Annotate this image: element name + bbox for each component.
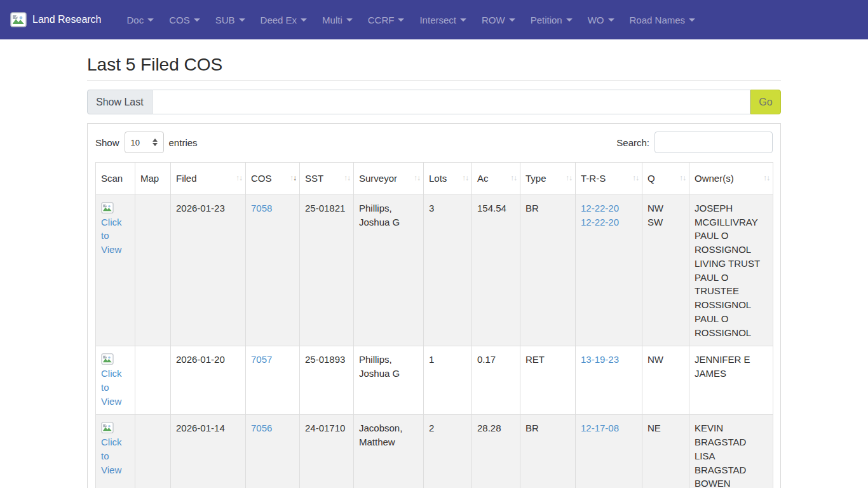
owners-cell: JOSEPH MCGILLIVRAY PAUL O ROSSIGNOL LIVI… (689, 194, 773, 346)
ac-cell: 28.28 (472, 415, 520, 488)
nav-item-deed-ex[interactable]: Deed Ex (255, 10, 313, 30)
lots-cell: 2 (424, 415, 472, 488)
nav-item-doc[interactable]: Doc (122, 10, 159, 30)
chevron-down-icon (509, 18, 515, 22)
page-title: Last 5 Filed COS (87, 55, 781, 75)
sort-icon: ↑↓ (566, 173, 572, 184)
column-header-filed[interactable]: Filed↑↓ (171, 163, 246, 195)
nav-item-label: ROW (482, 15, 505, 25)
column-label: Scan (101, 173, 123, 184)
chevron-down-icon (608, 18, 614, 22)
show-last-group: Show Last Go (87, 90, 781, 114)
trs-link[interactable]: 12-22-20 (581, 217, 619, 227)
quarter-value: SW (648, 215, 684, 229)
sort-icon: ↑↓ (414, 173, 420, 184)
nav-item-label: CCRF (368, 15, 395, 25)
trs-cell: 12-17-08 (576, 415, 642, 488)
column-label: Owner(s) (695, 173, 734, 184)
sort-icon: ↑↓ (510, 173, 517, 184)
column-header-surveyor[interactable]: Surveyor↑↓ (354, 163, 424, 195)
entries-label: entries (169, 137, 198, 148)
scan-link[interactable]: Click to View (101, 354, 122, 406)
broken-image-icon (101, 354, 115, 365)
table-row: Click to View2026-01-23705825-01821Phill… (96, 194, 773, 346)
cos-link[interactable]: 7056 (251, 423, 272, 433)
trs-cell: 13-19-23 (576, 346, 642, 415)
type-cell: RET (520, 346, 576, 415)
column-header-ac[interactable]: Ac↑↓ (472, 163, 520, 195)
chevron-down-icon (239, 18, 245, 22)
table-controls: Show 10 entries Search: (95, 132, 773, 153)
title-divider (87, 80, 781, 81)
map-cell (135, 194, 171, 346)
trs-link[interactable]: 13-19-23 (581, 354, 619, 365)
broken-image-icon (10, 12, 27, 27)
search-input[interactable] (654, 132, 773, 153)
column-label: Lots (429, 173, 447, 184)
scan-cell: Click to View (96, 415, 135, 488)
brand-label: Land Research (32, 14, 102, 25)
trs-link[interactable]: 12-22-20 (581, 203, 619, 214)
nav-item-cos[interactable]: COS (164, 10, 205, 30)
show-last-input[interactable] (153, 90, 750, 114)
column-header-sst[interactable]: SST↑↓ (300, 163, 354, 195)
datatable-panel: Show 10 entries Search: ScanMapFiled↑↓CO… (87, 123, 781, 488)
cos-link[interactable]: 7058 (251, 203, 272, 214)
filed-cell: 2026-01-14 (171, 415, 246, 488)
quarter-value: NW (648, 353, 684, 367)
column-header-map: Map (135, 163, 171, 195)
page-length-select[interactable]: 10 (125, 132, 164, 153)
column-label: COS (251, 173, 272, 184)
nav-menu: DocCOSSUBDeed ExMultiCCRFIntersectROWPet… (119, 10, 703, 30)
sort-icon: ↑↓ (462, 173, 468, 184)
filed-cell: 2026-01-20 (171, 346, 246, 415)
trs-link[interactable]: 12-17-08 (581, 423, 619, 433)
nav-item-multi[interactable]: Multi (317, 10, 358, 30)
column-label: T-R-S (581, 173, 606, 184)
cos-link[interactable]: 7057 (251, 354, 272, 365)
quarter-value: NE (648, 421, 684, 435)
cos-table: ScanMapFiled↑↓COS↑↓SST↑↓Surveyor↑↓Lots↑↓… (95, 162, 773, 488)
nav-item-intersect[interactable]: Intersect (414, 10, 471, 30)
type-cell: BR (520, 194, 576, 346)
top-navbar: Land Research DocCOSSUBDeed ExMultiCCRFI… (0, 0, 868, 39)
nav-item-sub[interactable]: SUB (210, 10, 250, 30)
column-label: Surveyor (359, 173, 397, 184)
sst-cell: 24-01710 (300, 415, 354, 488)
lots-cell: 1 (424, 346, 472, 415)
cos-cell: 7058 (246, 194, 300, 346)
nav-item-road-names[interactable]: Road Names (625, 10, 701, 30)
scan-link[interactable]: Click to View (101, 423, 122, 475)
column-label: SST (305, 173, 323, 184)
column-header-owner-s-[interactable]: Owner(s)↑↓ (689, 163, 773, 195)
quarter-value: NW (648, 201, 684, 215)
column-header-t-r-s[interactable]: T-R-S↑↓ (576, 163, 642, 195)
scan-link[interactable]: Click to View (101, 203, 122, 255)
sst-cell: 25-01893 (300, 346, 354, 415)
column-label: Map (140, 173, 159, 184)
go-button[interactable]: Go (750, 90, 781, 114)
column-label: Ac (477, 173, 489, 184)
table-row: Click to View2026-01-14705624-01710Jacob… (96, 415, 773, 488)
sort-icon: ↑↓ (763, 173, 770, 184)
quarter-cell: NE (642, 415, 689, 488)
column-header-type[interactable]: Type↑↓ (520, 163, 576, 195)
map-cell (135, 346, 171, 415)
brand-link[interactable]: Land Research (10, 12, 102, 27)
cos-cell: 7056 (246, 415, 300, 488)
sort-icon: ↑↓ (344, 173, 350, 184)
column-header-q[interactable]: Q↑↓ (642, 163, 689, 195)
nav-item-row[interactable]: ROW (477, 10, 520, 30)
nav-item-wo[interactable]: WO (583, 10, 620, 30)
nav-item-petition[interactable]: Petition (526, 10, 578, 30)
select-spinner-icon (153, 139, 158, 146)
surveyor-cell: Jacobson, Matthew (354, 415, 424, 488)
nav-item-ccrf[interactable]: CCRF (363, 10, 410, 30)
nav-item-label: Road Names (630, 15, 686, 25)
column-header-cos[interactable]: COS↑↓ (246, 163, 300, 195)
chevron-down-icon (566, 18, 573, 22)
column-header-lots[interactable]: Lots↑↓ (424, 163, 472, 195)
search-control: Search: (616, 132, 773, 153)
column-label: Q (648, 173, 655, 184)
nav-item-label: Deed Ex (261, 15, 297, 25)
